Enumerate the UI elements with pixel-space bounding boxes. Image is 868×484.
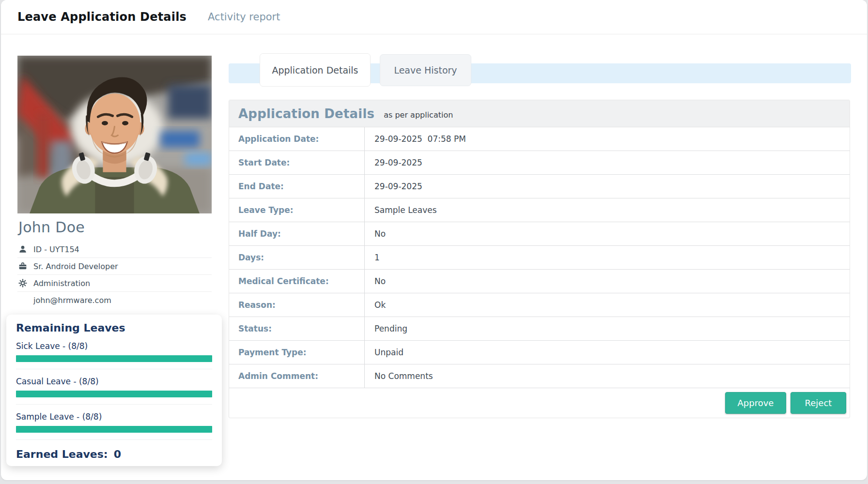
divider — [16, 369, 212, 369]
table-row: Reason: Ok — [229, 293, 850, 317]
panel-footer: Approve Reject — [229, 388, 850, 418]
page-title: Leave Application Details — [17, 10, 186, 24]
table-row: Days: 1 — [229, 246, 850, 270]
row-value: 29-09-2025 — [365, 151, 850, 174]
employee-email-row: john@hrmware.com — [17, 292, 212, 309]
row-value: 29-09-2025 07:58 PM — [365, 127, 850, 151]
leave-item-casual: Casual Leave - (8/8) — [16, 377, 212, 405]
employee-id-row: ID - UYT154 — [17, 241, 212, 258]
details-table: Application Date: 29-09-2025 07:58 PM St… — [229, 127, 850, 388]
row-label: Medical Certificate: — [229, 270, 365, 293]
earned-leaves-row: Earned Leaves: 0 — [16, 448, 212, 460]
employee-photo-illustration — [17, 56, 212, 213]
employee-details-list: ID - UYT154 Sr. Android Developer Admini… — [17, 241, 212, 309]
leave-label: Casual Leave - (8/8) — [16, 377, 212, 386]
row-value: 29-09-2025 — [365, 175, 850, 198]
leave-progress-track — [16, 426, 212, 433]
row-label: Days: — [229, 246, 365, 269]
panel-header: Application Details as per application — [229, 100, 850, 127]
employee-name: John Doe — [18, 219, 85, 236]
panel-subtitle: as per application — [384, 110, 453, 120]
employee-role-row: Sr. Android Developer — [17, 258, 212, 275]
table-row: Status: Pending — [229, 317, 850, 341]
leave-progress-fill — [16, 426, 212, 433]
row-label: Status: — [229, 317, 365, 340]
row-label: Half Day: — [229, 222, 365, 245]
reject-button[interactable]: Reject — [790, 392, 846, 414]
row-label: Start Date: — [229, 151, 365, 174]
leave-progress-fill — [16, 355, 212, 362]
table-row: Half Day: No — [229, 222, 850, 246]
earned-leaves-value: 0 — [114, 448, 121, 460]
row-label: Application Date: — [229, 127, 365, 151]
leave-progress-track — [16, 391, 212, 397]
user-icon — [18, 245, 27, 254]
leave-item-sick: Sick Leave - (8/8) — [16, 341, 212, 369]
row-value: 1 — [365, 246, 850, 269]
row-value: Sample Leaves — [365, 198, 850, 222]
row-value: No Comments — [365, 364, 850, 388]
table-row: Application Date: 29-09-2025 07:58 PM — [229, 127, 850, 151]
row-label: Reason: — [229, 293, 365, 317]
employee-department-row: Administration — [17, 275, 212, 292]
earned-leaves-label: Earned Leaves: — [16, 448, 108, 460]
table-row: End Date: 29-09-2025 — [229, 175, 850, 198]
employee-id-text: ID - UYT154 — [33, 245, 79, 254]
employee-department-text: Administration — [33, 279, 90, 288]
table-row: Payment Type: Unpaid — [229, 341, 850, 364]
gear-icon — [18, 279, 27, 287]
row-value: Unpaid — [365, 341, 850, 364]
leave-item-sample: Sample Leave - (8/8) — [16, 412, 212, 440]
table-row: Leave Type: Sample Leaves — [229, 198, 850, 222]
tab-application-details[interactable]: Application Details — [260, 53, 371, 87]
divider — [16, 404, 212, 405]
row-label: Payment Type: — [229, 341, 365, 364]
tab-label: Leave History — [394, 65, 457, 76]
leave-label: Sick Leave - (8/8) — [16, 341, 212, 351]
application-details-panel: Application Details as per application A… — [229, 100, 850, 418]
tab-label: Application Details — [272, 65, 358, 76]
row-label: Leave Type: — [229, 198, 365, 222]
leave-progress-fill — [16, 391, 212, 397]
leave-progress-track — [16, 355, 212, 362]
employee-email-text: john@hrmware.com — [33, 296, 111, 305]
remaining-leaves-card: Remaining Leaves Sick Leave - (8/8) Casu… — [6, 315, 222, 466]
page-card: Leave Application Details Activity repor… — [1, 0, 867, 480]
approve-button[interactable]: Approve — [725, 392, 786, 414]
table-row: Medical Certificate: No — [229, 270, 850, 293]
leave-label: Sample Leave - (8/8) — [16, 412, 212, 422]
row-value: No — [365, 270, 850, 293]
remaining-leaves-title: Remaining Leaves — [16, 322, 212, 334]
row-value: Ok — [365, 293, 850, 317]
row-value: Pending — [365, 317, 850, 340]
row-value: No — [365, 222, 850, 245]
table-row: Admin Comment: No Comments — [229, 364, 850, 388]
divider — [16, 439, 212, 440]
briefcase-icon — [18, 262, 27, 271]
activity-report-link[interactable]: Activity report — [208, 11, 280, 23]
row-label: End Date: — [229, 175, 365, 198]
employee-photo — [17, 56, 212, 213]
table-row: Start Date: 29-09-2025 — [229, 151, 850, 175]
app-header: Leave Application Details Activity repor… — [1, 0, 867, 34]
row-label: Admin Comment: — [229, 364, 365, 388]
panel-title: Application Details — [238, 106, 374, 121]
employee-role-text: Sr. Android Developer — [33, 262, 118, 271]
tab-leave-history[interactable]: Leave History — [380, 54, 471, 86]
